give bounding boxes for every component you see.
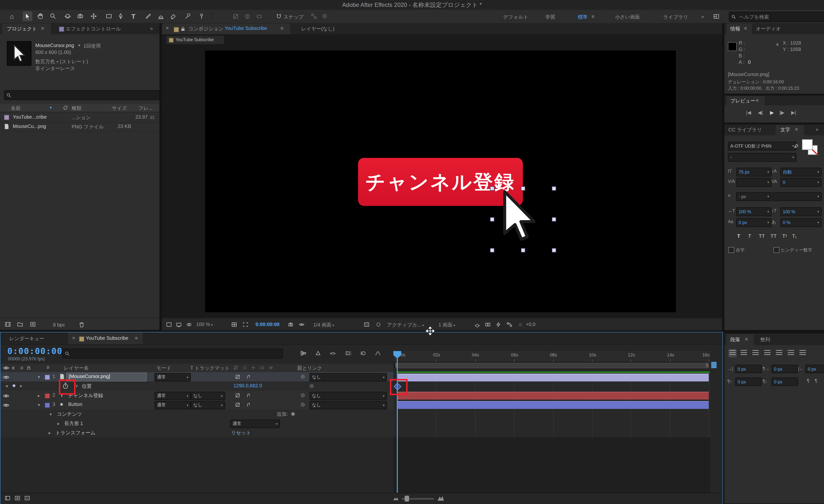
magnification-icon[interactable] bbox=[176, 322, 182, 328]
add-shape-label[interactable]: 追加: bbox=[277, 411, 288, 418]
new-composition-icon[interactable] bbox=[29, 321, 36, 328]
selection-handle[interactable] bbox=[552, 217, 556, 222]
zoom-tool[interactable] bbox=[48, 11, 58, 21]
panel-menu-icon[interactable]: ≡ bbox=[135, 335, 138, 341]
item-name[interactable]: MouseCu...png bbox=[13, 124, 46, 129]
small-caps-button[interactable]: TT bbox=[770, 233, 777, 239]
quality-switch-icon[interactable] bbox=[235, 402, 240, 407]
parent-select[interactable]: なし▾ bbox=[309, 373, 387, 381]
clone-stamp-tool[interactable] bbox=[156, 11, 166, 21]
layer-visibility-eye-icon[interactable] bbox=[2, 402, 9, 407]
layer-color-chip[interactable] bbox=[44, 375, 50, 380]
panel-menu-icon[interactable]: ≡ bbox=[744, 25, 747, 31]
expand-transfer-controls-button[interactable] bbox=[14, 495, 21, 501]
workspace-default[interactable]: デフォルト bbox=[503, 14, 528, 21]
parent-select[interactable]: なし▾ bbox=[309, 392, 387, 400]
next-keyframe-button[interactable]: ▸ bbox=[20, 383, 22, 388]
layer-color-chip[interactable] bbox=[44, 402, 50, 408]
zoom-select[interactable]: 100 %▾ bbox=[196, 322, 213, 327]
hindi-digits-checkbox[interactable] bbox=[774, 247, 780, 253]
font-family-select[interactable]: A-OTF UD新ゴ Pr6N▾ bbox=[728, 142, 797, 150]
layer-bar-button[interactable] bbox=[397, 401, 709, 409]
home-button[interactable]: ⌂ bbox=[7, 11, 17, 21]
layer-name-label[interactable]: Button bbox=[68, 401, 82, 407]
parent-pickwhip-icon[interactable]: ◎ bbox=[301, 374, 305, 379]
tsume-select[interactable]: 0 %▾ bbox=[780, 218, 822, 227]
time-ruler[interactable]: 00s 02s 04s 06s 08s 10s 12s 14s 16s bbox=[393, 351, 710, 362]
zoom-out-mountain-icon[interactable] bbox=[393, 496, 399, 501]
layer-expander[interactable]: ▸ bbox=[38, 393, 40, 398]
col-parent-link[interactable]: 親とリンク bbox=[297, 365, 322, 372]
align-center-button[interactable] bbox=[741, 350, 747, 356]
mini-flowchart-icon[interactable] bbox=[506, 322, 513, 328]
align-right-button[interactable] bbox=[752, 350, 759, 356]
snap-option-2[interactable] bbox=[320, 11, 330, 21]
text-direction-ltr-button[interactable]: ¶ bbox=[807, 378, 810, 383]
col-type[interactable]: 種類 bbox=[72, 105, 81, 112]
always-preview-icon[interactable] bbox=[166, 322, 172, 328]
col-number[interactable]: # bbox=[46, 365, 49, 370]
interpret-footage-icon[interactable] bbox=[4, 321, 11, 328]
fill-swatch[interactable] bbox=[802, 139, 813, 150]
trash-icon[interactable] bbox=[79, 321, 85, 328]
tab-project[interactable]: プロジェクト ≡ bbox=[2, 23, 51, 34]
color-depth-button[interactable]: 8 bpc bbox=[53, 322, 65, 328]
workspace-libraries[interactable]: ライブラリ bbox=[663, 14, 688, 21]
leading-select[interactable]: 自動▾ bbox=[780, 168, 822, 176]
col-mode[interactable]: モード bbox=[157, 365, 172, 372]
snapshot-icon[interactable] bbox=[287, 322, 294, 328]
roto-brush-tool[interactable] bbox=[183, 11, 193, 21]
track-matte-select[interactable]: なし▾ bbox=[191, 401, 225, 409]
close-tab-icon[interactable]: × bbox=[166, 25, 169, 31]
position-property-label[interactable]: 位置 bbox=[82, 383, 92, 390]
previous-frame-button[interactable]: ◀| bbox=[758, 110, 763, 115]
superscript-button[interactable]: T¹ bbox=[782, 233, 787, 239]
col-track-matte[interactable]: T トラックマット bbox=[190, 365, 230, 372]
workspace-small-screen[interactable]: 小さい画面 bbox=[615, 14, 640, 21]
panel-menu-icon[interactable]: ≡ bbox=[756, 98, 759, 103]
rectangle-group-row[interactable]: ▸ 長方形 1 通常▾ bbox=[0, 419, 393, 428]
group-expander[interactable]: ▸ bbox=[58, 421, 60, 426]
pan-behind-tool[interactable] bbox=[89, 11, 99, 21]
layer-bar-mousecursor[interactable] bbox=[397, 374, 709, 381]
footage-name-dropdown-icon[interactable]: ▼ bbox=[78, 44, 81, 47]
add-keyframe-button[interactable]: ◆ bbox=[12, 383, 16, 388]
help-search-input[interactable] bbox=[738, 14, 823, 20]
work-area-end-handle[interactable] bbox=[706, 363, 708, 367]
tab-info[interactable]: 情報 ≡ bbox=[726, 23, 752, 34]
playhead-line[interactable] bbox=[397, 351, 398, 493]
indent-left-field[interactable]: 0 px bbox=[735, 365, 762, 373]
justify-all-button[interactable] bbox=[800, 350, 806, 356]
comp-viewport[interactable]: チャンネル登録 bbox=[205, 50, 676, 312]
selection-handle[interactable] bbox=[490, 217, 494, 222]
selection-handle[interactable] bbox=[490, 248, 494, 252]
text-tool[interactable]: T bbox=[128, 11, 138, 21]
reset-button[interactable]: リセット bbox=[231, 429, 251, 436]
mask-visibility-icon[interactable] bbox=[375, 322, 382, 328]
project-search[interactable] bbox=[4, 90, 160, 100]
text-direction-rtl-button[interactable]: ¶ bbox=[815, 378, 817, 383]
tracking-select[interactable]: 0▾ bbox=[780, 178, 822, 187]
expand-in-out-button[interactable] bbox=[24, 495, 30, 501]
stroke-width-select[interactable]: - px▾ bbox=[736, 192, 771, 201]
justify-last-right-button[interactable] bbox=[788, 350, 794, 356]
show-snapshot-icon[interactable] bbox=[298, 322, 305, 328]
selection-handle[interactable] bbox=[521, 248, 525, 252]
tab-character[interactable]: 文字 ≡ bbox=[776, 125, 804, 135]
item-name[interactable]: YouTube...cribe bbox=[13, 114, 47, 120]
col-name[interactable]: 名前 bbox=[11, 105, 21, 112]
contents-group-row[interactable]: ▾ コンテンツ 追加: ◉ bbox=[0, 409, 393, 419]
snap-label[interactable]: スナップ bbox=[284, 14, 304, 21]
quality-switch-icon[interactable] bbox=[235, 374, 240, 379]
selection-handle[interactable] bbox=[490, 186, 494, 191]
graph-editor-button[interactable] bbox=[374, 350, 382, 356]
blend-mode-select[interactable]: 通常▾ bbox=[154, 401, 191, 409]
blend-mode-select[interactable]: 通常▾ bbox=[154, 392, 191, 400]
parent-pickwhip-icon[interactable]: ◎ bbox=[301, 401, 305, 407]
space-before-field[interactable]: 0 px bbox=[735, 378, 762, 386]
layer-name-selected[interactable]: [MouseCursor.png] bbox=[66, 373, 147, 381]
active-camera-select[interactable]: アクティブカ...▾ bbox=[387, 322, 424, 329]
footage-name[interactable]: MouseCursor.png bbox=[35, 43, 74, 48]
brush-tool[interactable] bbox=[143, 11, 153, 21]
workspace-panel-icon[interactable] bbox=[711, 11, 721, 21]
